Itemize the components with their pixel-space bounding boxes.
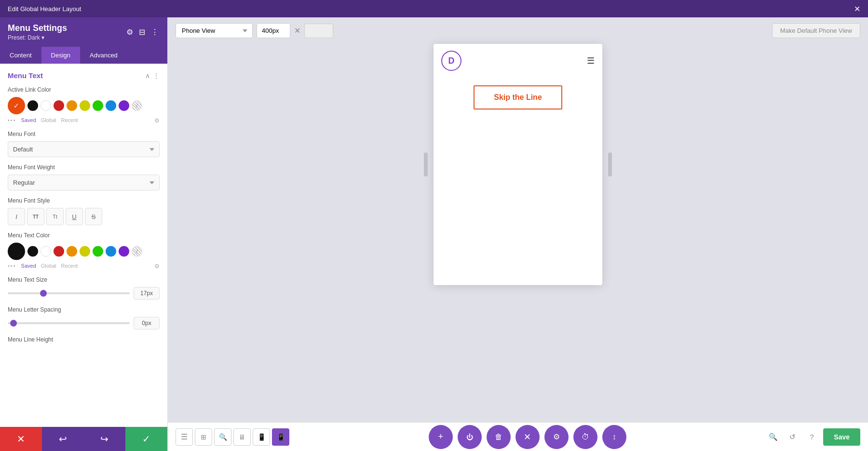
menu-letter-spacing-field: Menu Letter Spacing xyxy=(8,306,160,329)
toolbar-refresh-icon[interactable]: ↺ xyxy=(785,429,800,445)
close-button[interactable]: ✕ xyxy=(515,425,540,449)
color-saved-row: ••• Saved Global Recent ⚙ xyxy=(8,117,160,124)
color-swatch-yellow[interactable] xyxy=(80,100,90,111)
color-settings-icon[interactable]: ⚙ xyxy=(154,117,160,124)
color-swatch-black[interactable] xyxy=(27,100,38,111)
save-button[interactable]: Save xyxy=(823,428,860,446)
menu-text-color-dots[interactable]: ••• xyxy=(8,263,16,270)
menu-text-recent-label[interactable]: Recent xyxy=(61,263,78,270)
toolbar-search-icon[interactable]: 🔍 xyxy=(214,428,231,446)
menu-text-settings-icon[interactable]: ⚙ xyxy=(154,263,160,270)
menu-font-weight-select[interactable]: Regular Bold Light xyxy=(8,175,160,191)
active-link-color-field: Active Link Color ✓ / xyxy=(8,86,160,124)
font-style-uppercase[interactable]: TT xyxy=(27,208,44,225)
menu-text-swatch-green[interactable] xyxy=(93,246,103,257)
active-link-color-swatches: ✓ / xyxy=(8,97,160,114)
toolbar-search-right-icon[interactable]: 🔍 xyxy=(765,429,781,445)
main-layout: Menu Settings Preset: Dark ▾ ⚙ ⊟ ⋮ Conte… xyxy=(0,17,868,451)
menu-text-saved-label[interactable]: Saved xyxy=(21,263,36,270)
resize-handle-left[interactable] xyxy=(424,152,428,177)
menu-line-height-field: Menu Line Height xyxy=(8,336,160,343)
redo-button[interactable]: ↪ xyxy=(84,427,126,451)
phone-preview: D ☰ Skip the Line xyxy=(434,44,602,285)
menu-text-eyedropper[interactable]: / xyxy=(132,246,142,257)
phone-logo-letter: D xyxy=(448,56,455,66)
tab-design[interactable]: Design xyxy=(41,47,80,64)
color-saved-label[interactable]: Saved xyxy=(21,117,36,124)
menu-line-height-label: Menu Line Height xyxy=(8,336,160,343)
menu-text-swatch-black2[interactable] xyxy=(27,246,38,257)
color-swatch-blue[interactable] xyxy=(106,100,116,111)
toolbar-desktop-icon[interactable]: 🖥 xyxy=(233,428,251,446)
panel-more-icon[interactable]: ⋮ xyxy=(150,27,160,38)
menu-text-color-swatches: / xyxy=(8,243,160,260)
viewport-px-input[interactable] xyxy=(257,23,290,38)
color-eyedropper[interactable]: / xyxy=(132,100,142,111)
color-swatch-orange[interactable] xyxy=(67,100,77,111)
font-style-buttons: I TT Tt U S xyxy=(8,208,160,225)
toolbar-right: 🔍 ↺ ? Save xyxy=(765,428,860,446)
panel-preset-text[interactable]: Preset: Dark xyxy=(8,34,40,41)
menu-text-swatch-blue[interactable] xyxy=(106,246,116,257)
font-style-strikethrough[interactable]: S xyxy=(85,208,102,225)
font-style-underline[interactable]: U xyxy=(66,208,83,225)
viewport-select[interactable]: Phone View Desktop View Tablet View xyxy=(176,23,253,38)
toolbar-menu-icon[interactable]: ☰ xyxy=(176,428,193,446)
color-global-label[interactable]: Global xyxy=(41,117,56,124)
viewport-close-button[interactable]: ✕ xyxy=(294,26,300,35)
toolbar-grid-icon[interactable]: ⊞ xyxy=(195,428,212,446)
bottom-action-bar: ✕ ↩ ↪ ✓ xyxy=(0,427,167,451)
timer-button[interactable]: ⏱ xyxy=(573,425,597,449)
color-recent-label[interactable]: Recent xyxy=(61,117,78,124)
sync-button[interactable]: ↕ xyxy=(602,425,626,449)
menu-text-color-swatch-active[interactable] xyxy=(8,243,25,260)
menu-text-swatch-purple[interactable] xyxy=(119,246,129,257)
make-default-phone-view-button[interactable]: Make Default Phone View xyxy=(772,23,860,38)
menu-text-color-field: Menu Text Color / • xyxy=(8,232,160,270)
menu-font-weight-label: Menu Font Weight xyxy=(8,164,160,171)
menu-text-size-slider-row xyxy=(8,287,160,300)
panel-columns-icon[interactable]: ⊟ xyxy=(138,27,146,38)
power-button[interactable]: ⏻ xyxy=(458,425,482,449)
tab-content[interactable]: Content xyxy=(0,47,41,64)
menu-letter-spacing-slider[interactable] xyxy=(8,322,130,324)
font-style-italic[interactable]: I xyxy=(8,208,25,225)
title-bar-close-button[interactable]: ✕ xyxy=(854,4,860,14)
menu-text-size-input[interactable] xyxy=(134,287,160,300)
color-swatch-purple[interactable] xyxy=(119,100,129,111)
confirm-button[interactable]: ✓ xyxy=(125,427,167,451)
menu-font-field: Menu Font Default Arial Helvetica xyxy=(8,131,160,157)
hamburger-menu-icon[interactable]: ☰ xyxy=(587,55,595,66)
toolbar-tablet-icon[interactable]: 📱 xyxy=(253,428,270,446)
section-menu-button[interactable]: ⋮ xyxy=(153,72,160,80)
phone-logo: D xyxy=(441,51,461,71)
color-swatch-green[interactable] xyxy=(93,100,103,111)
left-panel: Menu Settings Preset: Dark ▾ ⚙ ⊟ ⋮ Conte… xyxy=(0,17,168,451)
menu-text-global-label[interactable]: Global xyxy=(41,263,56,270)
skip-the-line-button[interactable]: Skip the Line xyxy=(474,85,562,109)
color-swatch-red[interactable] xyxy=(54,100,64,111)
menu-text-swatch-yellow[interactable] xyxy=(80,246,90,257)
color-dots[interactable]: ••• xyxy=(8,117,16,124)
section-collapse-button[interactable]: ∧ xyxy=(145,72,150,80)
tab-advanced[interactable]: Advanced xyxy=(80,47,127,64)
panel-settings-icon[interactable]: ⚙ xyxy=(125,27,134,38)
menu-text-swatch-red[interactable] xyxy=(54,246,64,257)
menu-font-select[interactable]: Default Arial Helvetica xyxy=(8,141,160,157)
resize-handle-right[interactable] xyxy=(608,152,612,177)
active-link-color-swatch-active[interactable]: ✓ xyxy=(8,97,25,114)
menu-letter-spacing-input[interactable] xyxy=(134,317,160,329)
panel-title: Menu Settings xyxy=(8,23,67,33)
font-style-capitalize[interactable]: Tt xyxy=(46,208,64,225)
toolbar-phone-icon[interactable]: 📱 xyxy=(272,428,289,446)
color-swatch-white[interactable] xyxy=(41,100,51,111)
settings-button[interactable]: ⚙ xyxy=(544,425,569,449)
menu-text-swatch-white[interactable] xyxy=(41,246,51,257)
add-button[interactable]: + xyxy=(429,425,453,449)
menu-text-size-slider[interactable] xyxy=(8,292,130,294)
menu-text-swatch-orange[interactable] xyxy=(67,246,77,257)
undo-button[interactable]: ↩ xyxy=(42,427,84,451)
cancel-button[interactable]: ✕ xyxy=(0,427,42,451)
delete-button[interactable]: 🗑 xyxy=(487,425,511,449)
toolbar-help-icon[interactable]: ? xyxy=(804,429,819,445)
